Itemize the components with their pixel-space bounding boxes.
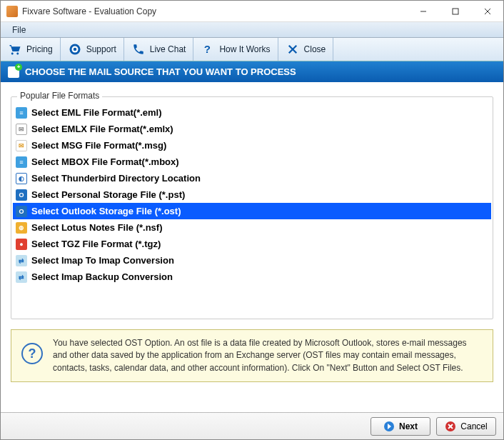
support-button[interactable]: Support	[61, 38, 124, 61]
cancel-label: Cancel	[460, 421, 487, 431]
menubar: File	[1, 22, 503, 38]
cancel-button[interactable]: Cancel	[436, 417, 496, 436]
app-icon	[6, 6, 18, 17]
format-row[interactable]: ✉Select EMLX File Format(*.emlx)	[13, 121, 491, 137]
format-row[interactable]: ⇄Select Imap To Imap Conversion	[13, 252, 491, 269]
groupbox-label: Popular File Formats	[17, 91, 102, 101]
format-label: Select Personal Storage File (*.pst)	[31, 189, 185, 200]
live-chat-label: Live Chat	[150, 44, 186, 54]
format-row[interactable]: ✉Select MSG File Format(*.msg)	[13, 137, 491, 154]
close-icon	[286, 42, 300, 56]
format-label: Select MBOX File Format(*.mbox)	[31, 156, 179, 167]
format-list: ≡Select EML File Format(*.eml)✉Select EM…	[13, 104, 491, 285]
cart-icon	[8, 42, 22, 56]
format-label: Select MSG File Format(*.msg)	[31, 140, 166, 151]
next-arrow-icon	[383, 421, 395, 432]
imap-backup-icon: ⇄	[16, 271, 27, 283]
titlebar: Fixvare Software - Evaluation Copy	[1, 1, 503, 22]
headset-icon	[68, 42, 82, 56]
format-label: Select Imap Backup Conversion	[31, 271, 173, 282]
question-icon: ?	[201, 42, 215, 56]
document-plus-icon	[8, 66, 19, 78]
nsf-icon: ⊕	[16, 222, 27, 234]
format-label: Select Lotus Notes File (*.nsf)	[31, 222, 162, 233]
how-it-works-label: How It Works	[219, 44, 270, 54]
format-label: Select Thunderbird Directory Location	[31, 173, 201, 184]
format-row[interactable]: ⇄Select Imap Backup Conversion	[13, 269, 491, 285]
thunderbird-icon: ◐	[16, 173, 27, 184]
info-panel: ? You have selected OST Option. An ost f…	[11, 329, 493, 382]
format-row[interactable]: OSelect Personal Storage File (*.pst)	[13, 186, 491, 203]
format-label: Select EMLX File Format(*.emlx)	[31, 124, 173, 134]
format-row[interactable]: ●Select TGZ File Format (*.tgz)	[13, 236, 491, 252]
msg-icon: ✉	[16, 140, 27, 151]
format-label: Select EML File Format(*.eml)	[31, 107, 162, 118]
eml-icon: ≡	[16, 107, 27, 119]
info-text: You have selected OST Option. An ost fil…	[53, 337, 483, 374]
format-label: Select Outlook Storage File (*.ost)	[31, 206, 181, 216]
phone-icon	[131, 42, 146, 56]
minimize-button[interactable]	[407, 1, 439, 21]
next-button[interactable]: Next	[371, 417, 430, 436]
ost-icon: O	[16, 206, 27, 217]
emlx-icon: ✉	[16, 124, 27, 135]
svg-text:?: ?	[204, 43, 211, 55]
svg-point-6	[73, 48, 76, 51]
window-title: Fixvare Software - Evaluation Copy	[22, 6, 407, 16]
format-row[interactable]: ⊕Select Lotus Notes File (*.nsf)	[13, 219, 491, 236]
imap-sync-icon: ⇄	[16, 255, 27, 266]
heading-text: CHOOSE THE MAIL SOURCE THAT YOU WANT TO …	[25, 66, 296, 77]
format-label: Select TGZ File Format (*.tgz)	[31, 239, 161, 249]
format-label: Select Imap To Imap Conversion	[31, 255, 174, 266]
how-it-works-button[interactable]: ? How It Works	[193, 38, 278, 61]
svg-rect-1	[453, 9, 458, 14]
footer: Next Cancel	[1, 412, 503, 439]
close-window-button[interactable]	[471, 1, 503, 21]
maximize-button[interactable]	[439, 1, 471, 21]
menu-file[interactable]: File	[6, 24, 31, 36]
format-row[interactable]: ◐Select Thunderbird Directory Location	[13, 170, 491, 186]
close-label: Close	[304, 44, 326, 54]
mbox-icon: ≡	[16, 156, 27, 168]
next-label: Next	[399, 421, 418, 431]
format-row[interactable]: ≡Select EML File Format(*.eml)	[13, 104, 491, 121]
window-controls	[407, 1, 503, 21]
info-icon: ?	[21, 343, 43, 364]
pricing-button[interactable]: Pricing	[1, 38, 61, 61]
format-row[interactable]: ≡Select MBOX File Format(*.mbox)	[13, 154, 491, 170]
toolbar: Pricing Support Live Chat ? How It Works…	[1, 38, 503, 61]
tgz-icon: ●	[16, 239, 27, 250]
page-heading: CHOOSE THE MAIL SOURCE THAT YOU WANT TO …	[1, 61, 503, 82]
formats-groupbox: Popular File Formats ≡Select EML File Fo…	[11, 96, 493, 319]
close-button[interactable]: Close	[278, 38, 334, 61]
format-row[interactable]: OSelect Outlook Storage File (*.ost)	[13, 203, 491, 219]
support-label: Support	[86, 44, 116, 54]
pst-icon: O	[16, 189, 27, 201]
live-chat-button[interactable]: Live Chat	[124, 38, 194, 61]
content-area: Popular File Formats ≡Select EML File Fo…	[1, 82, 503, 382]
pricing-label: Pricing	[26, 44, 53, 54]
cancel-x-icon	[445, 421, 456, 432]
